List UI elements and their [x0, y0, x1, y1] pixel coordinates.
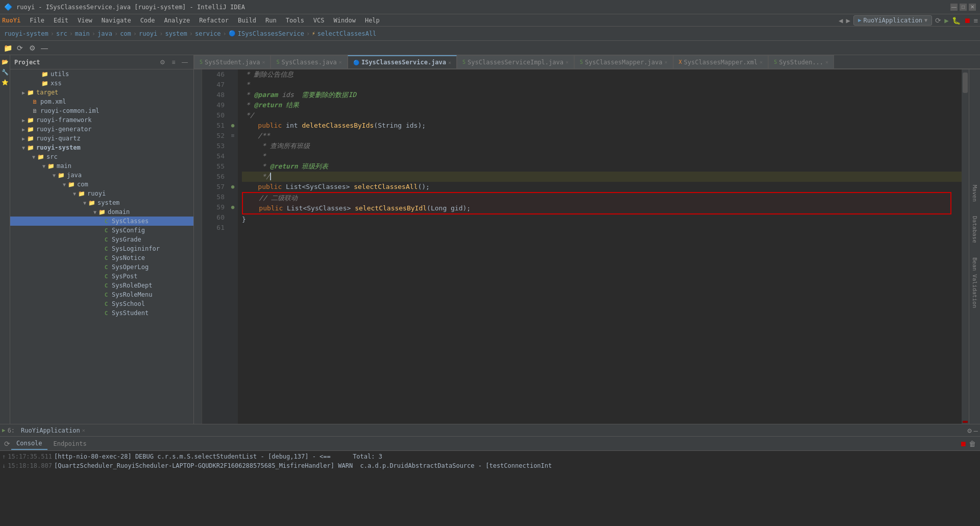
tab-sysstudent2[interactable]: S SysStuden... ✕: [768, 55, 834, 68]
maven-panel-label[interactable]: Maven: [970, 183, 979, 204]
tree-item-domain[interactable]: ▼ 📁 domain: [10, 207, 193, 217]
code-area[interactable]: * 删除公告信息 * * @param ids 需要删除的数据ID * @ret…: [238, 69, 962, 424]
menu-window[interactable]: Window: [330, 16, 360, 25]
menu-vcs[interactable]: VCS: [309, 16, 329, 25]
breadcrumb-selectclassesall[interactable]: selectClassesAll: [317, 30, 377, 37]
close-button[interactable]: ✕: [969, 4, 976, 11]
maximize-button[interactable]: □: [960, 4, 967, 11]
tree-item-sysschool[interactable]: C SysSchool: [10, 299, 193, 308]
bean-validation-label[interactable]: Bean Validation: [970, 255, 979, 310]
breadcrumb-main[interactable]: main: [75, 30, 90, 37]
tab-close-icon[interactable]: ✕: [448, 60, 451, 65]
favorites-icon[interactable]: ⭐: [1, 78, 10, 87]
tab-isysclassesservice[interactable]: 🔵 ISysClassesService.java ✕: [348, 55, 457, 68]
tree-item-sysgrade[interactable]: C SysGrade: [10, 235, 193, 244]
menu-build[interactable]: Build: [234, 16, 260, 25]
nav-back-icon[interactable]: ◀: [839, 16, 843, 25]
code-editor[interactable]: 46 47 48 49 50 51 52 53 54 55 56 57 58 5…: [194, 69, 980, 424]
tree-item-quartz[interactable]: ▶ 📁 ruoyi-quartz: [10, 134, 193, 143]
breadcrumb-src[interactable]: src: [56, 30, 67, 37]
menu-file[interactable]: File: [26, 16, 48, 25]
clear-log-icon[interactable]: 🗑: [969, 440, 976, 448]
breadcrumb-ruoyi-system[interactable]: ruoyi-system: [4, 30, 48, 37]
sidebar-collapse-icon[interactable]: —: [180, 58, 189, 67]
tab-sysclasses[interactable]: S SysClasses.java ✕: [271, 55, 347, 68]
tree-item-utils[interactable]: 📁 utils: [10, 69, 193, 79]
tree-item-sysrolemenu[interactable]: C SysRoleMenu: [10, 290, 193, 299]
structure-icon[interactable]: 🔧: [1, 67, 10, 77]
sidebar-gear-icon[interactable]: ≡: [169, 58, 178, 67]
tab-endpoints[interactable]: Endpoints: [48, 438, 92, 450]
tree-item-sysoperlog[interactable]: C SysOperLog: [10, 262, 193, 272]
run-settings-icon[interactable]: ⚙: [967, 426, 971, 435]
tree-item-sysclasses[interactable]: C SysClasses: [10, 217, 193, 226]
tab-close-icon[interactable]: ✕: [760, 59, 763, 65]
menu-edit[interactable]: Edit: [50, 16, 72, 25]
tab-close-icon[interactable]: ✕: [262, 59, 265, 65]
scrollbar-thumb[interactable]: [963, 73, 968, 93]
tab-sysclassesmapperxml[interactable]: X SysClassesMapper.xml ✕: [673, 55, 769, 68]
tree-item-sysstudent[interactable]: C SysStudent: [10, 308, 193, 318]
project-icon[interactable]: 📁: [2, 42, 13, 54]
project-view-icon[interactable]: 📂: [1, 57, 10, 66]
tab-sysclassesserviceimpl[interactable]: S SysClassesServiceImpl.java ✕: [457, 55, 574, 68]
tree-item-system-pkg[interactable]: ▼ 📁 system: [10, 198, 193, 207]
stop-process-icon[interactable]: ⏹: [960, 440, 967, 448]
run-config-selector[interactable]: ▶ RuoYiApplication ▼: [853, 15, 932, 26]
tree-item-sysnotice[interactable]: C SysNotice: [10, 253, 193, 262]
breadcrumb-service[interactable]: service: [195, 30, 221, 37]
refresh-icon[interactable]: ⟳: [935, 16, 941, 25]
console-restart-icon[interactable]: ⟳: [4, 440, 10, 448]
tree-item-com[interactable]: ▼ 📁 com: [10, 180, 193, 189]
tab-close-icon[interactable]: ✕: [339, 59, 342, 65]
breadcrumb-ruoyi[interactable]: ruoyi: [139, 30, 157, 37]
run-close-icon[interactable]: ✕: [82, 427, 85, 433]
tree-item-iml[interactable]: 🗎 ruoyi-common.iml: [10, 106, 193, 115]
tree-item-xss[interactable]: 📁 xss: [10, 79, 193, 88]
tree-item-syslogininfor[interactable]: C SysLogininfor: [10, 244, 193, 253]
vertical-scrollbar[interactable]: [962, 69, 969, 424]
menu-analyze[interactable]: Analyze: [160, 16, 194, 25]
tree-item-target[interactable]: ▶ 📁 target: [10, 88, 193, 97]
menu-run[interactable]: Run: [261, 16, 281, 25]
breadcrumb-isysclassesservice[interactable]: ISysClassesService: [238, 30, 304, 37]
run-tab[interactable]: RuoYiApplication ✕: [17, 426, 89, 435]
tab-sysclassesmapper[interactable]: S SysClassesMapper.java ✕: [574, 55, 673, 68]
tree-item-src[interactable]: ▼ 📁 src: [10, 152, 193, 161]
tree-item-syspost[interactable]: C SysPost: [10, 272, 193, 281]
settings-icon[interactable]: ⚙: [27, 42, 38, 54]
tab-console[interactable]: Console: [11, 438, 47, 450]
menu-tools[interactable]: Tools: [282, 16, 308, 25]
tab-close-icon[interactable]: ✕: [825, 59, 828, 65]
tree-item-generator[interactable]: ▶ 📁 ruoyi-generator: [10, 125, 193, 134]
debug-button[interactable]: 🐛: [952, 16, 961, 25]
sidebar-expand-icon[interactable]: ⚙: [158, 58, 167, 67]
tree-item-ruoyi[interactable]: ▼ 📁 ruoyi: [10, 189, 193, 198]
menu-help[interactable]: Help: [361, 16, 384, 25]
tab-close-icon[interactable]: ✕: [566, 59, 569, 65]
tab-close-icon[interactable]: ✕: [665, 59, 668, 65]
tab-sysstudent[interactable]: S SysStudent.java ✕: [194, 55, 271, 68]
minimize-button[interactable]: —: [950, 4, 958, 11]
stop-button[interactable]: ⏹: [964, 16, 971, 25]
tree-item-framework[interactable]: ▶ 📁 ruoyi-framework: [10, 115, 193, 125]
nav-forward-icon[interactable]: ▶: [846, 16, 850, 25]
tree-item-pom[interactable]: 🗎 pom.xml: [10, 97, 193, 106]
database-panel-label[interactable]: Database: [970, 214, 979, 245]
tree-item-java[interactable]: ▼ 📁 java: [10, 171, 193, 180]
breadcrumb-com[interactable]: com: [120, 30, 131, 37]
collapse-icon[interactable]: —: [39, 42, 50, 54]
tree-item-main[interactable]: ▼ 📁 main: [10, 161, 193, 171]
run-button[interactable]: ▶: [944, 16, 948, 25]
menu-view[interactable]: View: [74, 16, 96, 25]
tree-item-system[interactable]: ▼ 📁 ruoyi-system: [10, 143, 193, 152]
breadcrumb-java[interactable]: java: [97, 30, 112, 37]
menu-refactor[interactable]: Refactor: [195, 16, 233, 25]
sync-icon[interactable]: ⟳: [14, 42, 26, 54]
tree-item-sysroledept[interactable]: C SysRoleDept: [10, 281, 193, 290]
run-minimize-icon[interactable]: —: [974, 426, 978, 435]
title-bar-controls[interactable]: — □ ✕: [950, 4, 976, 11]
more-icon[interactable]: ≡: [974, 16, 978, 25]
tree-item-sysconfig[interactable]: C SysConfig: [10, 226, 193, 235]
breadcrumb-system[interactable]: system: [165, 30, 187, 37]
